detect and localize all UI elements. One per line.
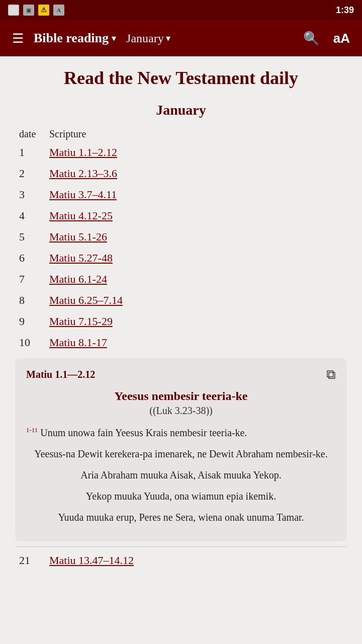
reading-date: 1 [15,142,45,163]
table-row: 8Matiu 6.25–7.14 [15,290,347,311]
reading-date: 8 [15,290,45,311]
bottom-scripture-link[interactable]: Matiu 13.47–14.12 [49,554,134,567]
reading-date: 3 [15,184,45,205]
reading-date: 9 [15,311,45,332]
page-heading: Read the New Testament daily [15,66,347,90]
reading-scripture[interactable]: Matiu 7.15-29 [45,311,347,332]
status-bar: ▣ ⚠ A 1:39 [0,0,362,20]
preview-verse-3: Aria Abraham muuka Aisak, Aisak muuka Ye… [26,467,336,483]
scripture-link[interactable]: Matiu 8.1-17 [49,336,107,349]
status-icon-a: A [53,5,64,16]
reading-scripture[interactable]: Matiu 6.25–7.14 [45,290,347,311]
scripture-link[interactable]: Matiu 2.13–3.6 [49,167,117,180]
status-time: 1:39 [336,5,354,16]
preview-verse-1: 1-11 Unum unowa fain Yeesus Krais nembes… [26,425,336,441]
preview-verse-4: Yekop muuka Yuuda, ona wiamun epia ikemi… [26,488,336,504]
month-label: January [126,32,164,45]
preview-ref: Matiu 1.1—2.12 [26,369,95,380]
preview-header: Matiu 1.1—2.12 ⧉ [26,367,336,382]
scripture-link[interactable]: Matiu 4.12-25 [49,209,113,222]
reading-date: 7 [15,269,45,290]
table-row: 1Matiu 1.1–2.12 [15,142,347,163]
table-row: 4Matiu 4.12-25 [15,205,347,226]
scripture-link[interactable]: Matiu 7.15-29 [49,315,113,328]
reading-scripture[interactable]: Matiu 5.1-26 [45,226,347,248]
scripture-preview: Matiu 1.1—2.12 ⧉ Yeesus nembesir teeria-… [15,358,347,541]
scripture-link[interactable]: Matiu 6.25–7.14 [49,294,123,306]
scripture-link[interactable]: Matiu 5.27-48 [49,252,113,264]
font-size-icon[interactable]: aA [329,27,354,50]
reading-scripture[interactable]: Matiu 4.12-25 [45,205,347,226]
preview-section-ref: ((Luk 3.23-38)) [26,405,336,417]
table-row: 2Matiu 2.13–3.6 [15,163,347,184]
table-row: 10Matiu 8.1-17 [15,332,347,353]
toolbar: ☰ Bible reading ▾ January ▾ 🔍 aA [0,20,362,56]
month-dropdown-arrow: ▾ [166,33,170,44]
status-icons: ▣ ⚠ A [8,5,64,16]
reading-table: date Scripture 1Matiu 1.1–2.122Matiu 2.1… [15,126,347,353]
reading-scripture[interactable]: Matiu 5.27-48 [45,248,347,269]
col-header-date: date [15,126,45,142]
scripture-link[interactable]: Matiu 5.1-26 [49,230,107,243]
preview-body: 1-11 Unum unowa fain Yeesus Krais nembes… [26,425,336,525]
preview-verse-5: Yuuda muuka erup, Peres ne Sera, wiena o… [26,509,336,525]
reading-date: 6 [15,248,45,269]
month-heading: January [15,102,347,118]
reading-date: 4 [15,205,45,226]
bottom-date: 21 [19,554,49,567]
col-header-scripture: Scripture [45,126,347,142]
month-dropdown-group[interactable]: January ▾ [126,32,170,45]
table-row: 3Matiu 3.7–4.11 [15,184,347,205]
preview-section-ref-inner: (Luk 3.23-38) [153,405,209,416]
bottom-scripture[interactable]: Matiu 13.47–14.12 [49,554,134,567]
search-icon[interactable]: 🔍 [299,27,323,50]
status-icon-square [8,5,19,16]
open-external-icon[interactable]: ⧉ [326,367,336,382]
menu-icon[interactable]: ☰ [8,27,28,50]
preview-verse-2: Yeesus-na Dewit kerekera-pa imenarek, ne… [26,446,336,462]
app-title: Bible reading [34,31,109,46]
verse-num: 1-11 [26,426,38,434]
preview-section-title: Yeesus nembesir teeria-ke [26,389,336,403]
reading-scripture[interactable]: Matiu 3.7–4.11 [45,184,347,205]
reading-scripture[interactable]: Matiu 2.13–3.6 [45,163,347,184]
reading-scripture[interactable]: Matiu 6.1-24 [45,269,347,290]
reading-date: 2 [15,163,45,184]
status-icon-alert: ⚠ [38,5,49,16]
table-row: 7Matiu 6.1-24 [15,269,347,290]
reading-scripture[interactable]: Matiu 8.1-17 [45,332,347,353]
scripture-link[interactable]: Matiu 6.1-24 [49,273,107,285]
table-row: 5Matiu 5.1-26 [15,226,347,248]
bottom-reading-row: 21 Matiu 13.47–14.12 [15,546,347,574]
scripture-link[interactable]: Matiu 1.1–2.12 [49,146,117,158]
title-dropdown-group[interactable]: Bible reading ▾ [34,31,116,46]
status-icon-image: ▣ [23,5,34,16]
title-dropdown-arrow: ▾ [112,33,116,44]
reading-scripture[interactable]: Matiu 1.1–2.12 [45,142,347,163]
reading-date: 5 [15,226,45,248]
table-row: 9Matiu 7.15-29 [15,311,347,332]
table-row: 6Matiu 5.27-48 [15,248,347,269]
main-content: Read the New Testament daily January dat… [0,56,362,584]
reading-date: 10 [15,332,45,353]
scripture-link[interactable]: Matiu 3.7–4.11 [49,188,117,201]
